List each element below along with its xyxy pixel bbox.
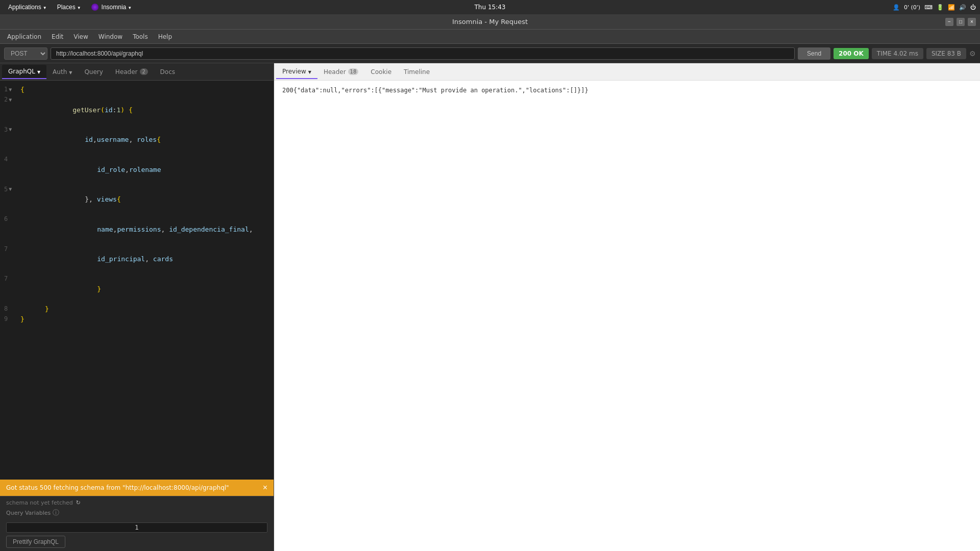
code-line-2: 2▼ getUser(id:1) {: [0, 95, 274, 125]
code-line-1: 1▼ {: [0, 85, 274, 95]
notification-message: Got status 500 fetching schema from "htt…: [6, 484, 229, 491]
main-content: GraphQL Auth Query Header 2 Docs 1▼: [0, 63, 980, 551]
power-icon: ⏻: [970, 4, 976, 11]
tab-header[interactable]: Header 2: [109, 65, 154, 79]
user-icon: 👤: [893, 4, 900, 11]
tab-graphql[interactable]: GraphQL: [2, 65, 46, 79]
tab-auth[interactable]: Auth: [46, 65, 78, 79]
fold-arrow-3[interactable]: ▼: [9, 126, 12, 133]
applications-menu[interactable]: Applications: [4, 3, 51, 12]
menu-edit[interactable]: Edit: [46, 32, 68, 42]
window-controls: − □ ×: [945, 18, 976, 26]
method-select[interactable]: POST GET PUT DELETE: [4, 47, 47, 60]
left-panel: GraphQL Auth Query Header 2 Docs 1▼: [0, 63, 274, 551]
code-line-9: 9 }: [0, 314, 274, 324]
places-chevron: [77, 4, 81, 11]
tab-timeline[interactable]: Timeline: [398, 65, 436, 79]
code-line-6: 6 name,permissions, id_dependencia_final…: [0, 214, 274, 244]
code-line-7b: 7 }: [0, 274, 274, 304]
code-editor[interactable]: 1▼ { 2▼ getUser(id:1) { 3▼ id,username, …: [0, 81, 274, 480]
bottom-info: schema not yet fetched ↻ Query Variables…: [0, 496, 274, 551]
insomnia-icon: [91, 4, 99, 11]
query-vars-help-icon: ⓘ: [53, 508, 59, 517]
tab-query[interactable]: Query: [78, 65, 109, 79]
status-badge: 200 OK: [834, 48, 869, 59]
system-bar-left: Applications Places Insomnia: [4, 3, 136, 12]
schema-row: schema not yet fetched ↻: [6, 499, 267, 506]
insomnia-chevron: [128, 4, 132, 11]
tab-docs[interactable]: Docs: [154, 65, 181, 79]
maximize-button[interactable]: □: [957, 18, 965, 26]
tab-preview[interactable]: Preview: [276, 65, 317, 79]
tab-cookie[interactable]: Cookie: [364, 65, 398, 79]
menu-view[interactable]: View: [68, 32, 93, 42]
applications-chevron: [43, 4, 47, 11]
graphql-tab-chevron: [37, 68, 40, 75]
tab-header-response[interactable]: Header 18: [317, 65, 364, 79]
places-label: Places: [57, 4, 76, 11]
schema-status: schema not yet fetched: [6, 499, 73, 506]
applications-label: Applications: [8, 4, 41, 11]
menu-help[interactable]: Help: [153, 32, 177, 42]
network-icon: 📶: [948, 4, 955, 11]
keyboard-icon: ⌨: [924, 4, 933, 11]
clock-display: 0' (0'): [904, 4, 920, 11]
code-line-7a: 7 id_principal, cards: [0, 244, 274, 274]
menu-tools[interactable]: Tools: [128, 32, 153, 42]
refresh-icon[interactable]: ↻: [76, 499, 81, 506]
system-clock: Thu 15:43: [475, 4, 506, 11]
fold-arrow-1[interactable]: ▼: [9, 86, 12, 93]
insomnia-menu[interactable]: Insomnia: [87, 3, 136, 12]
query-vars-label: Query Variables: [6, 510, 51, 516]
size-badge: SIZE 83 B: [926, 48, 966, 59]
close-button[interactable]: ×: [968, 18, 976, 26]
insomnia-label: Insomnia: [102, 4, 127, 11]
menu-window[interactable]: Window: [93, 32, 128, 42]
app-menu-bar: Application Edit View Window Tools Help: [0, 30, 980, 44]
title-bar: Insomnia - My Request − □ ×: [0, 14, 980, 30]
code-line-5: 5▼ }, views{: [0, 185, 274, 215]
volume-icon: 🔊: [959, 4, 966, 11]
left-tab-bar: GraphQL Auth Query Header 2 Docs: [0, 63, 274, 81]
preview-tab-chevron: [308, 68, 311, 75]
time-badge: TIME 4.02 ms: [872, 48, 923, 59]
right-tab-bar: Preview Header 18 Cookie Timeline: [274, 63, 980, 81]
query-vars-value[interactable]: 1: [6, 522, 267, 533]
url-input[interactable]: [51, 47, 795, 60]
response-content: 200{"data":null,"errors":[{"message":"Mu…: [274, 81, 980, 551]
settings-icon-button[interactable]: ⚙: [969, 49, 976, 58]
fold-arrow-2[interactable]: ▼: [9, 96, 12, 104]
send-button[interactable]: Send: [798, 47, 830, 60]
response-text: 200{"data":null,"errors":[{"message":"Mu…: [282, 87, 589, 94]
battery-icon: 🔋: [937, 4, 944, 11]
query-vars-row: Query Variables ⓘ: [6, 508, 267, 517]
url-bar: POST GET PUT DELETE Send 200 OK TIME 4.0…: [0, 44, 980, 63]
prettify-button[interactable]: Prettify GraphQL: [6, 536, 65, 548]
code-line-8: 8 }: [0, 304, 274, 314]
right-panel: Preview Header 18 Cookie Timeline 200{"d…: [274, 63, 980, 551]
system-bar-right: 👤 0' (0') ⌨ 🔋 📶 🔊 ⏻: [893, 4, 976, 11]
code-line-4: 4 id_role,rolename: [0, 155, 274, 185]
window-title: Insomnia - My Request: [452, 18, 528, 26]
system-bar: Applications Places Insomnia Thu 15:43 👤…: [0, 0, 980, 14]
auth-tab-chevron: [69, 68, 72, 76]
notification-close[interactable]: ×: [263, 484, 267, 492]
places-menu[interactable]: Places: [53, 3, 85, 12]
minimize-button[interactable]: −: [945, 18, 953, 26]
notification-bar: Got status 500 fetching schema from "htt…: [0, 480, 274, 496]
code-line-3: 3▼ id,username, roles{: [0, 125, 274, 155]
menu-application[interactable]: Application: [2, 32, 46, 42]
query-vars-value-row: 1: [6, 521, 267, 536]
fold-arrow-5[interactable]: ▼: [9, 185, 12, 193]
